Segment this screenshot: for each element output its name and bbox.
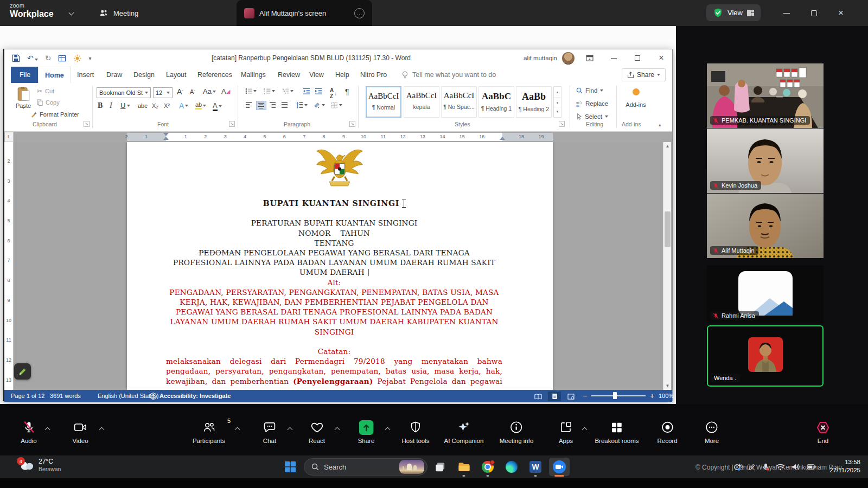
react-options-chevron[interactable]	[332, 425, 342, 434]
align-right-button[interactable]	[269, 102, 276, 108]
strikethrough-button[interactable]: abc	[138, 102, 148, 109]
horizontal-ruler[interactable]: L 21123456789101112131415161819	[4, 132, 672, 142]
accessibility-status[interactable]: Accessibility: Investigate	[150, 390, 231, 402]
tab-draw[interactable]: Draw	[100, 67, 129, 83]
multilevel-list-button[interactable]	[282, 88, 293, 94]
account-area[interactable]: alif muttaqin	[524, 49, 575, 67]
styles-gallery-scroll[interactable]: ▴ ▾ ▾	[553, 86, 561, 118]
paragraph-dialog-launcher[interactable]: ↘	[349, 121, 355, 127]
page-indicator[interactable]: Page 1 of 12	[11, 390, 44, 402]
apps-options-chevron[interactable]	[579, 425, 589, 434]
document-page[interactable]: BUPATI KUANTAN SINGINGI PERATURAN BUPATI…	[127, 142, 553, 390]
font-dialog-launcher[interactable]: ↘	[229, 121, 235, 127]
video-tile-rahmi[interactable]: Rahmi Anisa	[707, 265, 824, 323]
ai-companion-button[interactable]: AI Companion	[444, 419, 484, 444]
video-tile-pemkab[interactable]: PEMKAB. KUANTAN SINGINGI	[707, 63, 824, 128]
style-kepala[interactable]: AaBbCcIkepala	[404, 86, 439, 118]
italic-button[interactable]: I	[110, 101, 112, 110]
cut-button[interactable]: ✂Cut	[37, 87, 54, 95]
font-color-button[interactable]: A	[213, 101, 222, 111]
view-button[interactable]: View	[706, 4, 761, 21]
style-normal[interactable]: AaBbCcI¶ Normal	[366, 86, 401, 118]
text-effects-button[interactable]: A	[179, 101, 188, 110]
format-painter-button[interactable]: Format Painter	[30, 111, 79, 118]
tell-me-box[interactable]: Tell me what you want to do	[401, 67, 496, 83]
copy-button[interactable]: Copy	[37, 99, 60, 106]
shrink-font-button[interactable]: Aˇ	[190, 88, 195, 95]
find-button[interactable]: Find	[576, 87, 603, 94]
web-layout-button[interactable]	[564, 390, 577, 402]
end-meeting-button[interactable]: End	[816, 419, 831, 444]
collapse-ribbon-icon[interactable]: ▴	[659, 122, 661, 127]
tab-selector[interactable]: L	[4, 132, 14, 142]
react-button[interactable]: React	[309, 419, 325, 444]
share-button[interactable]: Share	[622, 68, 666, 81]
tab-references[interactable]: References	[191, 67, 239, 83]
increase-indent-button[interactable]	[315, 88, 322, 94]
word-restore-button[interactable]	[627, 49, 648, 67]
zoom-slider-thumb[interactable]	[613, 392, 617, 399]
highlight-button[interactable]: ab	[195, 101, 206, 110]
chat-options-chevron[interactable]	[285, 425, 295, 434]
select-button[interactable]: Select	[576, 113, 608, 120]
bullets-button[interactable]	[245, 88, 257, 94]
tab-file[interactable]: File	[11, 67, 39, 83]
video-tile-wenda[interactable]: Wenda .	[707, 325, 824, 387]
scroll-down-icon[interactable]: ▼	[665, 383, 671, 388]
decrease-indent-button[interactable]	[303, 88, 310, 94]
font-name-combo[interactable]: Bookman Old Sty	[97, 87, 151, 98]
show-marks-button[interactable]: ¶	[345, 87, 349, 96]
tab-review[interactable]: Review	[271, 67, 307, 83]
align-center-button[interactable]	[256, 101, 266, 110]
style-no-spacing[interactable]: AaBbCcI¶ No Spac...	[441, 86, 477, 118]
word-minimize-button[interactable]	[603, 49, 624, 67]
scroll-up-icon[interactable]: ▲	[665, 144, 671, 149]
paste-button[interactable]: Paste	[14, 86, 33, 115]
edge-button[interactable]	[501, 458, 522, 476]
table-icon[interactable]	[58, 54, 66, 62]
chrome-button[interactable]	[477, 458, 498, 476]
video-options-chevron[interactable]	[97, 425, 106, 434]
subscript-button[interactable]: X₂	[152, 102, 158, 109]
tab-mailings[interactable]: Mailings	[234, 67, 272, 83]
save-icon[interactable]	[12, 54, 20, 62]
first-line-indent-marker[interactable]	[163, 133, 169, 136]
more-button[interactable]: More	[705, 419, 719, 444]
document-scrollbar[interactable]: ▲ ▼	[663, 142, 671, 390]
audio-button[interactable]: Audio	[21, 419, 36, 444]
weather-widget[interactable]: 4 27°C Berawan	[20, 458, 61, 472]
breakout-rooms-button[interactable]: Breakout rooms	[595, 419, 639, 444]
share-screen-button[interactable]: Share	[358, 419, 375, 444]
word-close-button[interactable]: ×	[650, 49, 672, 67]
vertical-ruler[interactable]: 2345678910111213	[4, 142, 14, 390]
zoom-out-button[interactable]: −	[583, 390, 587, 402]
tab-nitro-pro[interactable]: Nitro Pro	[354, 67, 393, 83]
tab-shared-screen[interactable]: Alif Muttaqin's screen …	[237, 0, 372, 26]
tab-meeting[interactable]: Meeting	[91, 0, 146, 26]
line-spacing-button[interactable]	[296, 102, 308, 108]
add-ins-button[interactable]: Add-ins	[622, 88, 650, 108]
video-tile-kevin[interactable]: Kevin Joshua	[707, 129, 824, 193]
shading-button[interactable]	[314, 102, 325, 108]
chat-button[interactable]: Chat	[263, 419, 277, 444]
participants-button[interactable]: 5 Participants	[193, 419, 225, 444]
styles-dialog-launcher[interactable]: ↘	[559, 121, 565, 127]
zoom-percentage[interactable]: 100%	[659, 390, 674, 402]
hanging-indent-marker[interactable]	[163, 137, 169, 140]
tab-insert[interactable]: Insert	[71, 67, 100, 83]
superscript-button[interactable]: X²	[164, 102, 170, 109]
align-left-button[interactable]	[245, 102, 252, 108]
tab-layout[interactable]: Layout	[159, 67, 193, 83]
share-options-chevron[interactable]	[382, 425, 392, 434]
window-maximize-button[interactable]	[802, 0, 826, 26]
zoom-taskbar-button[interactable]	[549, 458, 570, 476]
replace-button[interactable]: abacReplace	[576, 100, 608, 107]
tab-options-icon[interactable]: …	[354, 8, 365, 18]
customize-qat-icon[interactable]: ▾	[88, 55, 91, 61]
task-view-button[interactable]	[430, 458, 450, 476]
word-count[interactable]: 3691 words	[50, 390, 81, 402]
redo-icon[interactable]: ↻	[45, 54, 52, 62]
participants-options-chevron[interactable]	[232, 425, 242, 434]
borders-button[interactable]	[331, 102, 342, 108]
apps-button[interactable]: Apps	[559, 419, 573, 444]
